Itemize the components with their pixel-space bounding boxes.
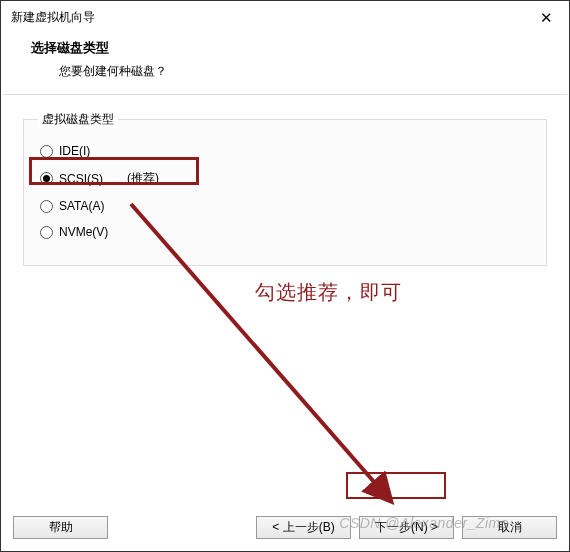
- next-button[interactable]: 下一步(N) >: [359, 516, 454, 539]
- radio-label: SATA(A): [59, 199, 105, 213]
- radio-icon: [40, 145, 53, 158]
- radio-option-sata[interactable]: SATA(A): [38, 193, 532, 219]
- close-icon[interactable]: ✕: [532, 8, 561, 27]
- radio-label: SCSI(S): [59, 172, 103, 186]
- recommend-tag: (推荐): [127, 170, 159, 187]
- window-title: 新建虚拟机向导: [11, 9, 95, 26]
- wizard-window: 新建虚拟机向导 ✕ 选择磁盘类型 您要创建何种磁盘？ 虚拟磁盘类型 IDE(I)…: [0, 0, 570, 552]
- page-subtitle: 您要创建何种磁盘？: [59, 63, 539, 80]
- radio-label: IDE(I): [59, 144, 90, 158]
- help-button[interactable]: 帮助: [13, 516, 108, 539]
- wizard-header: 选择磁盘类型 您要创建何种磁盘？: [1, 33, 569, 94]
- radio-option-scsi[interactable]: SCSI(S) (推荐): [38, 164, 532, 193]
- radio-icon: [40, 226, 53, 239]
- button-label: 帮助: [49, 519, 73, 536]
- footer-bar: 帮助 < 上一步(B) 下一步(N) > 取消: [1, 503, 569, 551]
- radio-option-ide[interactable]: IDE(I): [38, 138, 532, 164]
- annotation-text: 勾选推荐，即可: [255, 279, 402, 306]
- titlebar: 新建虚拟机向导 ✕: [1, 1, 569, 33]
- disk-type-group: 虚拟磁盘类型 IDE(I) SCSI(S) (推荐) SATA(A) NVMe(…: [23, 111, 547, 266]
- button-label: 取消: [498, 519, 522, 536]
- radio-label: NVMe(V): [59, 225, 108, 239]
- radio-icon: [40, 172, 53, 185]
- button-label: < 上一步(B): [272, 519, 334, 536]
- group-legend: 虚拟磁盘类型: [38, 111, 118, 128]
- page-title: 选择磁盘类型: [31, 39, 539, 57]
- radio-icon: [40, 200, 53, 213]
- back-button[interactable]: < 上一步(B): [256, 516, 351, 539]
- cancel-button[interactable]: 取消: [462, 516, 557, 539]
- button-label: 下一步(N) >: [375, 519, 438, 536]
- radio-option-nvme[interactable]: NVMe(V): [38, 219, 532, 245]
